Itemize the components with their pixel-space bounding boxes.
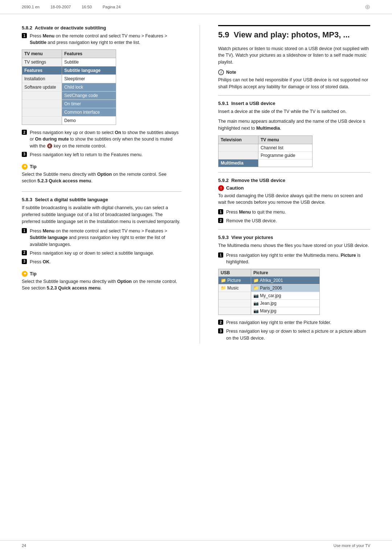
usb-header-col2: Picture: [251, 269, 319, 276]
section-59-intro: Watch pictures or listen to music stored…: [218, 45, 370, 66]
usb-row-1: 📁 Picture 📁 Afrika_2001: [219, 277, 319, 284]
menu-591-row1-col2: Channel list: [258, 144, 312, 151]
menu-row4-col2: Child lock: [62, 83, 116, 91]
tip-583-text: Select the Subtitle language menu direct…: [22, 278, 181, 291]
footer-page-number: 24: [22, 543, 26, 548]
caution-icon: !: [218, 185, 224, 191]
tip-label: Tip: [30, 164, 37, 169]
step3-text-593: Press navigation key up or down to selec…: [226, 328, 370, 341]
section-593-step2: 2 Press navigation key right to enter th…: [218, 319, 370, 326]
section-59-title: 5.9 View and play: photos, MP3, ...: [218, 25, 370, 40]
step3-badge: 3: [22, 152, 27, 157]
menu-table-header: TV menu Features: [22, 50, 116, 58]
section-591-intro: Insert a device at the side of the TV wh…: [218, 108, 370, 115]
section-592: 5.9.2 Remove the USB device ! Caution To…: [218, 178, 370, 224]
right-column: 5.9 View and play: photos, MP3, ... Watc…: [218, 25, 370, 344]
step2-badge-593: 2: [218, 320, 223, 325]
usb-row2-col1: 📁 Music: [219, 284, 251, 292]
section-583-step2: 2 Press navigation key up or down to sel…: [22, 250, 181, 256]
menu-row4-col1: Software update: [22, 83, 62, 91]
step3-text: Press navigation key left to return to t…: [30, 151, 181, 158]
divider-3: [218, 172, 370, 173]
footer-right-text: Use more of your TV: [334, 543, 370, 548]
section-593-heading: View your pictures: [231, 235, 273, 240]
step2-badge: 2: [22, 130, 27, 135]
step1-badge: 1: [22, 33, 27, 38]
menu-row-2: Features Subtitle language: [22, 66, 116, 75]
page-footer: 24 Use more of your TV: [0, 540, 392, 548]
header-date: 18-09-2007: [50, 5, 71, 9]
left-column: 5.8.2 Activate or deactivate subtitling …: [22, 25, 181, 344]
usb-row-3: 📷 My_car.jpg: [219, 292, 319, 300]
section-583-intro: If subtitle broadcasting is available wi…: [22, 204, 181, 225]
step1-text-592: Press Menu to quit the menu.: [226, 209, 370, 215]
step1-text: Press Menu on the remote control and sel…: [30, 33, 181, 46]
page-inner: 5.8.2 Activate or deactivate subtitling …: [0, 14, 392, 365]
menu-row7-col2: Common interface: [62, 108, 116, 116]
menu-header-col1: TV menu: [22, 50, 62, 58]
step1-text-593: Press navigation key right to enter the …: [226, 252, 370, 265]
note-label: Note: [226, 70, 236, 75]
caution-592: ! Caution To avoid damaging the USB devi…: [218, 185, 370, 206]
section-583-step3: 3 Press OK.: [22, 259, 181, 265]
divider-1: [22, 191, 181, 192]
section-582: 5.8.2 Activate or deactivate subtitling …: [22, 25, 181, 186]
step2-text-592: Remove the USB device.: [226, 218, 370, 224]
crosshair-icon: ⊕: [365, 3, 370, 11]
section-582-step3: 3 Press navigation key left to return to…: [22, 151, 181, 158]
menu-row6-col1: [22, 100, 62, 108]
menu-591-header-col1: Television: [219, 136, 258, 144]
section-593-title: 5.9.3 View your pictures: [218, 235, 370, 240]
note-59: i Note Philips can not be held responsib…: [218, 69, 370, 90]
usb-row3-col2: 📷 My_car.jpg: [251, 292, 319, 299]
usb-row1-col2: 📁 Afrika_2001: [251, 277, 319, 284]
tip-583: ✦ Tip Select the Subtitle language menu …: [22, 269, 181, 293]
menu-591-row1: Channel list: [219, 144, 312, 152]
tip-582-title: ✦ Tip: [22, 164, 181, 170]
menu-591-header-col2: TV menu: [258, 136, 312, 144]
tip-label-583: Tip: [30, 271, 37, 276]
doc-ref: 2690.1 en: [22, 5, 40, 9]
section-592-number: 5.9.2: [218, 178, 229, 183]
usb-row4-col2: 📷 Jean.jpg: [251, 300, 319, 307]
tip-583-title: ✦ Tip: [22, 271, 181, 277]
step2-text: Press navigation key up or down to selec…: [30, 129, 181, 149]
menu-591-row2: Programme guide: [219, 152, 312, 159]
menu-591-header: Television TV menu: [219, 136, 312, 144]
section-591-title: 5.9.1 Insert a USB device: [218, 101, 370, 106]
usb-row-5: 📷 Mary.jpg: [219, 307, 319, 315]
usb-row-4: 📷 Jean.jpg: [219, 300, 319, 307]
menu-row-7: Common interface: [22, 108, 116, 117]
usb-row4-col1: [219, 300, 251, 307]
step1-badge-583: 1: [22, 228, 27, 233]
two-column-layout: 5.8.2 Activate or deactivate subtitling …: [22, 25, 370, 344]
menu-row5-col1: [22, 92, 62, 100]
section-593-step3: 3 Press navigation key up or down to sel…: [218, 328, 370, 341]
step2-badge-592: 2: [218, 218, 223, 223]
step2-badge-583: 2: [22, 250, 27, 255]
usb-row-2: 📁 Music 📁 Paris_2006: [219, 284, 319, 292]
section-582-step2: 2 Press navigation key up or down to sel…: [22, 129, 181, 149]
menu-row8-col1: [22, 117, 62, 125]
note-icon: i: [218, 69, 224, 75]
section-59-heading: View and play: photos, MP3, ...: [234, 30, 350, 39]
header-page: Pagina 24: [103, 5, 121, 9]
section-593-step1: 1 Press navigation key right to enter th…: [218, 252, 370, 265]
menu-header-col2: Features: [62, 50, 116, 58]
tip-icon: ✦: [22, 164, 28, 170]
menu-row5-col2: Set/Change code: [62, 92, 116, 100]
divider-4: [218, 229, 370, 230]
menu-row1-col2: Subtitle: [62, 58, 116, 66]
section-591-heading: Insert a USB device: [231, 101, 275, 106]
section-583: 5.8.3 Select a digital subtitle language…: [22, 197, 181, 293]
usb-row2-col2: 📁 Paris_2006: [251, 284, 319, 292]
section-582-step1: 1 Press Menu on the remote control and s…: [22, 33, 181, 46]
menu-row8-col2: Demo: [62, 117, 116, 125]
section-583-heading: Select a digital subtitle language: [35, 197, 108, 202]
menu-591-row3-col1: Multimedia: [219, 159, 258, 167]
section-592-step1: 1 Press Menu to quit the menu.: [218, 209, 370, 215]
usb-header: USB Picture: [219, 269, 319, 277]
note-text: Philips can not be held responsible if y…: [218, 77, 370, 90]
section-582-heading: Activate or deactivate subtitling: [35, 25, 106, 31]
menu-row2-col2: Subtitle language: [62, 66, 116, 74]
